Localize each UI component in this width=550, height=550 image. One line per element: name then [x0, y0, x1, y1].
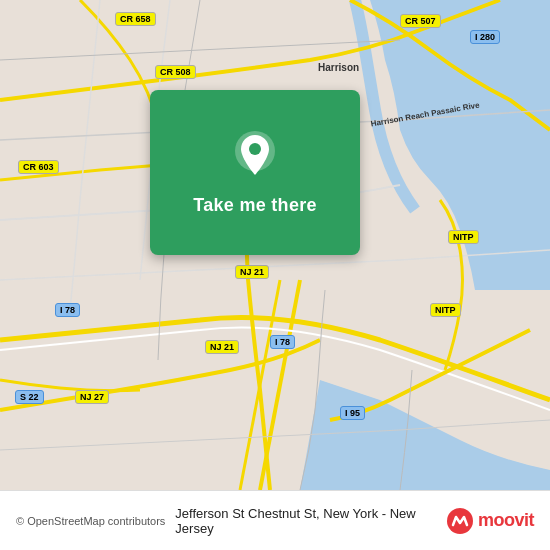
road-badge-nj27: NJ 27 — [75, 390, 109, 404]
moovit-logo: moovit — [446, 507, 534, 535]
road-badge-i78b: I 78 — [270, 335, 295, 349]
road-badge-i78a: I 78 — [55, 303, 80, 317]
svg-point-4 — [249, 143, 261, 155]
road-badge-nitp2: NITP — [430, 303, 461, 317]
road-badge-i95: I 95 — [340, 406, 365, 420]
attribution-text: © OpenStreetMap contributors — [16, 515, 165, 527]
moovit-icon — [446, 507, 474, 535]
location-text: Jefferson St Chestnut St, New York - New… — [175, 506, 446, 536]
bottom-bar: © OpenStreetMap contributors Jefferson S… — [0, 490, 550, 550]
place-label-harrison: Harrison — [318, 62, 359, 73]
location-card[interactable]: Take me there — [150, 90, 360, 255]
road-badge-s22: S 22 — [15, 390, 44, 404]
road-badge-i280: I 280 — [470, 30, 500, 44]
road-badge-cr658: CR 658 — [115, 12, 156, 26]
moovit-label: moovit — [478, 510, 534, 531]
road-badge-cr507: CR 507 — [400, 14, 441, 28]
location-pin-icon — [229, 129, 281, 181]
road-badge-nitp1: NITP — [448, 230, 479, 244]
map-container: CR 658 CR 507 I 280 CR 508 CR 603 NJ 21 … — [0, 0, 550, 490]
road-badge-nj21a: NJ 21 — [235, 265, 269, 279]
road-badge-cr508: CR 508 — [155, 65, 196, 79]
road-badge-cr603: CR 603 — [18, 160, 59, 174]
take-me-there-button[interactable]: Take me there — [193, 195, 317, 216]
road-badge-nj21b: NJ 21 — [205, 340, 239, 354]
